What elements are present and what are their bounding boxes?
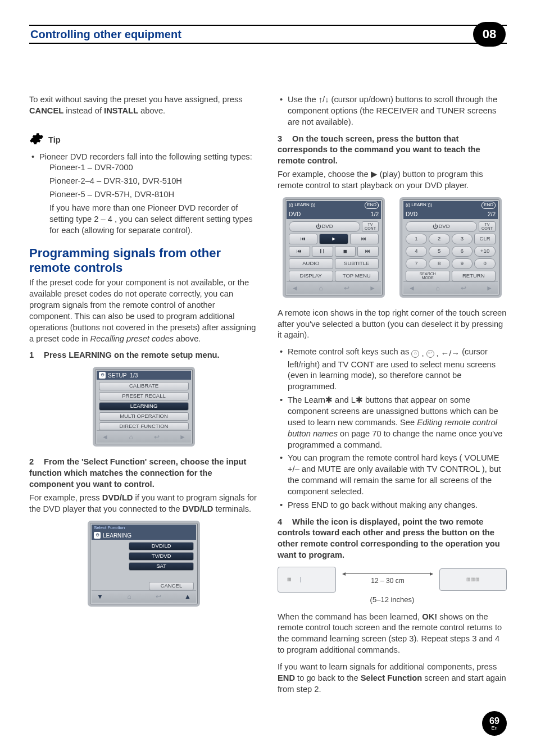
pause-button[interactable]: ❙❙	[312, 246, 333, 257]
home-icon[interactable]: ⌂	[431, 284, 444, 292]
step-3: 3 On the touch screen, press the button …	[278, 134, 507, 167]
display-button[interactable]: DISPLAY	[289, 271, 333, 281]
page-number-badge: 69 En	[482, 711, 507, 736]
menu-item-multi-operation[interactable]: MULTI OPERATION	[99, 412, 189, 421]
text: DVD	[321, 223, 333, 230]
power-dvd-button[interactable]: ⏻ DVD	[406, 221, 477, 232]
down-arrow-icon[interactable]: ▼	[94, 593, 106, 601]
back-icon[interactable]: ↩	[340, 284, 353, 292]
remote-page: 1/2	[371, 211, 379, 218]
remote-setup-figure: ⚙SETUP 1/3 CALIBRATE PRESET RECALL LEARN…	[29, 367, 258, 447]
num-1-button[interactable]: 1	[406, 234, 427, 244]
menu-item-dvd-ld[interactable]: DVD/LD	[129, 542, 194, 550]
back-icon[interactable]: ↩	[457, 284, 470, 292]
cancel-button[interactable]: CANCEL	[149, 582, 194, 590]
search-mode-button[interactable]: SEARCHMODE	[406, 271, 450, 281]
text: to go back to the	[297, 673, 361, 682]
next-arrow-icon[interactable]: ►	[483, 284, 496, 292]
num-0-button[interactable]: 0	[474, 258, 496, 269]
pairing-diagram: ▦ 12 – 30 cm ▥▥▥	[278, 567, 507, 593]
end-label[interactable]: END	[482, 202, 496, 209]
next-arrow-icon[interactable]: ►	[366, 284, 379, 292]
page-number: 69	[489, 717, 499, 726]
prev-arrow-icon[interactable]: ◄	[289, 284, 301, 292]
last-paragraph: If you want to learn signals for additio…	[278, 662, 507, 695]
menu-item-tv-dvd[interactable]: TV/DVD	[129, 552, 194, 561]
num-2-button[interactable]: 2	[429, 234, 450, 244]
num-5-button[interactable]: 5	[429, 246, 450, 257]
back-icon[interactable]: ↩	[151, 433, 163, 441]
return-button[interactable]: RETURN	[452, 271, 496, 281]
next-track-button[interactable]: ⏭	[350, 234, 379, 244]
double-arrow-icon	[343, 573, 433, 574]
dvd-remote-figures: ((( LEARN ))) END DVD 1/2 ⏻ DVD TVCONT ⏮…	[278, 197, 507, 298]
num-7-button[interactable]: 7	[406, 258, 427, 269]
tip-bullet: Pioneer DVD recorders fall into the foll…	[29, 152, 258, 236]
bold: END	[278, 673, 295, 682]
subtitle-button[interactable]: SUBTITLE	[335, 258, 379, 269]
bold: Pioneer-2	[49, 176, 85, 185]
step-1: 1 Press LEARNING on the remote setup men…	[29, 350, 258, 361]
distance-indicator: 12 – 30 cm	[342, 573, 434, 585]
distance-subtext: (5–12 inches)	[278, 595, 507, 605]
remote-footer: ◄ ⌂ ↩ ►	[403, 281, 498, 294]
italic-ref: Recalling preset codes	[90, 334, 174, 343]
text: The	[288, 395, 304, 404]
play-button[interactable]: ▶	[319, 234, 348, 244]
text: – DVR-310, DVR-510H	[94, 176, 182, 185]
remote-learning-figure: Select Function ⚙LEARNING DVD/LD TV/DVD …	[29, 521, 258, 607]
end-label[interactable]: END	[365, 202, 379, 209]
menu-item-calibrate[interactable]: CALIBRATE	[99, 382, 189, 390]
chapter-pill: 08	[473, 22, 506, 47]
prev-arrow-icon[interactable]: ◄	[99, 433, 111, 441]
num-3-button[interactable]: 3	[452, 234, 473, 244]
remote-screen-learning: Select Function ⚙LEARNING DVD/LD TV/DVD …	[88, 521, 200, 607]
clr-button[interactable]: CLR	[474, 234, 496, 244]
step-number: 2	[29, 457, 42, 468]
learn-label: LEARN	[411, 202, 426, 207]
tv-cont-button[interactable]: TVCONT	[479, 221, 496, 232]
remote-titlebar: DVD 1/2	[287, 210, 381, 219]
plus10-button[interactable]: +10	[474, 246, 496, 257]
menu-item-sat[interactable]: SAT	[129, 562, 194, 571]
two-column-layout: To exit without saving the preset you ha…	[29, 94, 507, 700]
right-column: Use the ↑/↓ (cursor up/down) buttons to …	[278, 94, 507, 700]
stop-button[interactable]: ■	[335, 246, 356, 257]
num-8-button[interactable]: 8	[429, 258, 450, 269]
home-icon[interactable]: ⌂	[125, 433, 137, 441]
bold: 4	[108, 215, 112, 224]
menu-item-direct-function[interactable]: DIRECT FUNCTION	[99, 422, 189, 431]
sub-line: Pioneer-1 – DVR-7000	[39, 162, 258, 174]
text: To exit without saving the preset you ha…	[29, 95, 243, 104]
skip-fwd-button[interactable]: ⏭	[357, 246, 379, 257]
tv-cont-button[interactable]: TVCONT	[362, 221, 379, 232]
num-9-button[interactable]: 9	[452, 258, 473, 269]
step-3-example: For example, choose the ▶ (play) button …	[278, 169, 507, 192]
home-icon[interactable]: ⌂	[123, 593, 135, 601]
skip-back-button[interactable]: ⏮	[289, 246, 310, 257]
section-heading: Programming signals from other remote co…	[29, 246, 258, 275]
top-menu-button[interactable]: TOP MENU	[335, 271, 379, 281]
menu-item-learning[interactable]: LEARNING	[99, 402, 189, 411]
next-arrow-icon[interactable]: ►	[176, 433, 189, 441]
bold: MUTE	[318, 464, 342, 473]
prev-track-button[interactable]: ⏮	[289, 234, 317, 244]
remote-title: SETUP	[108, 372, 126, 380]
num-6-button[interactable]: 6	[452, 246, 473, 257]
bold: TV CONTROL	[427, 464, 480, 473]
num-4-button[interactable]: 4	[406, 246, 427, 257]
bold: L✱	[351, 395, 363, 404]
menu-item-preset-recall[interactable]: PRESET RECALL	[99, 392, 189, 400]
page-header: Controlling other equipment 08	[29, 25, 507, 44]
distance-text: 12 – 30 cm	[342, 576, 434, 585]
audio-button[interactable]: AUDIO	[289, 258, 333, 269]
back-icon[interactable]: ↩	[152, 593, 165, 601]
up-arrow-icon[interactable]: ▲	[181, 593, 194, 601]
softkeys-icons: ⌂, ↩, ←/→	[411, 348, 460, 359]
sub-note: If you have more than one Pioneer DVD re…	[39, 203, 258, 236]
power-dvd-button[interactable]: ⏻ DVD	[289, 221, 360, 232]
home-icon[interactable]: ⌂	[315, 284, 327, 292]
text: –	[85, 176, 90, 185]
bold: Pioneer-1	[49, 163, 85, 172]
prev-arrow-icon[interactable]: ◄	[406, 284, 418, 292]
